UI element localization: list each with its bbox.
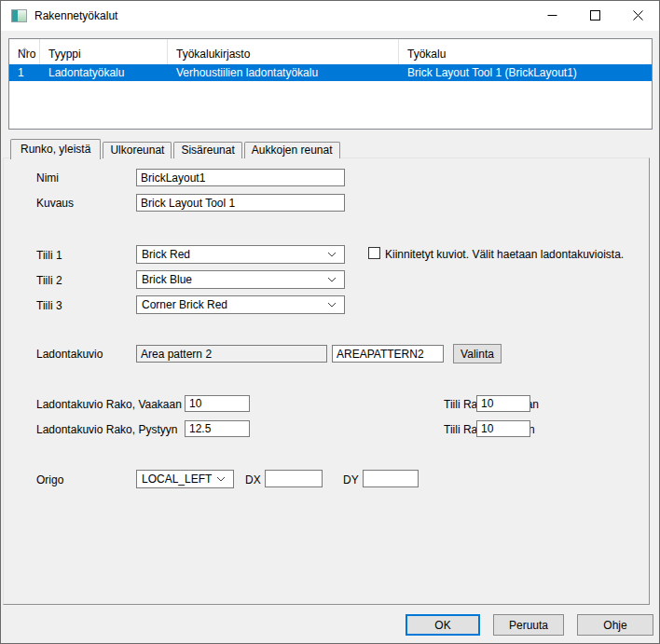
tiili1-value: Brick Red xyxy=(142,248,327,261)
chevron-down-icon xyxy=(216,476,226,482)
ohje-button[interactable]: Ohje xyxy=(577,614,653,636)
chevron-down-icon xyxy=(327,252,337,257)
dx-input[interactable] xyxy=(265,470,323,487)
nimi-label: Nimi xyxy=(36,171,59,185)
chevron-down-icon xyxy=(327,302,337,308)
tiili3-select[interactable]: Corner Brick Red xyxy=(136,295,345,314)
peruuta-button[interactable]: Peruuta xyxy=(493,614,564,636)
fixed-patterns-label: Kiinnitetyt kuviot. Välit haetaan ladont… xyxy=(385,248,624,261)
origo-label: Origo xyxy=(36,473,63,486)
tiili1-select[interactable]: Brick Red xyxy=(136,245,345,264)
ladontakuvio-label: Ladontakuvio xyxy=(36,348,103,361)
rako-vaakaan-label: Ladontakuvio Rako, Vaakaan xyxy=(36,398,182,411)
pattern-code-field[interactable] xyxy=(332,345,444,363)
tiili3-value: Corner Brick Red xyxy=(142,298,327,311)
tiili3-label: Tiili 3 xyxy=(36,299,62,312)
kuvaus-input[interactable] xyxy=(136,194,345,212)
fixed-patterns-checkbox[interactable] xyxy=(368,247,380,259)
tiili2-label: Tiili 2 xyxy=(36,274,62,287)
rako-pystyyn-label: Ladontakuvio Rako, Pystyyn xyxy=(36,423,177,436)
rako-vaakaan-input[interactable] xyxy=(185,395,250,412)
chevron-down-icon xyxy=(327,277,337,282)
rako-pystyyn-input[interactable] xyxy=(185,420,250,437)
nimi-input[interactable] xyxy=(136,169,345,186)
origo-value: LOCAL_LEFT xyxy=(142,473,216,486)
origo-select[interactable]: LOCAL_LEFT xyxy=(136,470,234,488)
dy-label: DY xyxy=(343,473,359,486)
dy-input[interactable] xyxy=(363,470,419,487)
tiili-rako-pystyyn-input[interactable] xyxy=(476,420,530,437)
ok-button[interactable]: OK xyxy=(406,614,480,636)
pattern-name-field xyxy=(136,345,327,363)
tiili2-value: Brick Blue xyxy=(142,273,327,286)
kuvaus-label: Kuvaus xyxy=(36,197,74,210)
tiili1-label: Tiili 1 xyxy=(36,249,62,262)
rakennetyokalut-dialog: Rakennetyökalut N xyxy=(0,0,660,644)
valinta-button[interactable]: Valinta xyxy=(453,344,502,363)
tiili2-select[interactable]: Brick Blue xyxy=(136,270,345,289)
dx-label: DX xyxy=(245,473,261,486)
tiili-rako-vaakaan-input[interactable] xyxy=(476,395,530,412)
